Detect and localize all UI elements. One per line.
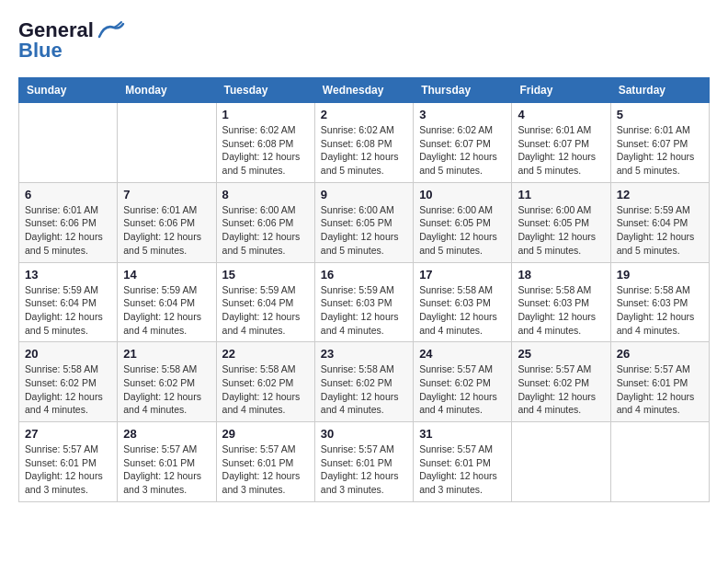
calendar-cell: 3Sunrise: 6:02 AM Sunset: 6:07 PM Daylig… [414,103,512,183]
header-friday: Friday [512,78,610,103]
day-info: Sunrise: 5:57 AM Sunset: 6:01 PM Dayligh… [25,442,111,497]
day-info: Sunrise: 6:02 AM Sunset: 6:08 PM Dayligh… [321,123,407,178]
header-tuesday: Tuesday [216,78,314,103]
day-number: 1 [222,108,309,121]
calendar-cell: 2Sunrise: 6:02 AM Sunset: 6:08 PM Daylig… [314,103,413,183]
day-number: 26 [617,347,703,361]
calendar-week-2: 6Sunrise: 6:01 AM Sunset: 6:06 PM Daylig… [19,182,710,262]
day-info: Sunrise: 5:58 AM Sunset: 6:02 PM Dayligh… [25,362,111,417]
day-info: Sunrise: 5:57 AM Sunset: 6:01 PM Dayligh… [321,442,407,497]
calendar-cell [19,103,118,183]
calendar-week-3: 13Sunrise: 5:59 AM Sunset: 6:04 PM Dayli… [19,262,710,342]
calendar-cell: 8Sunrise: 6:00 AM Sunset: 6:06 PM Daylig… [216,182,314,262]
calendar-cell [512,422,610,502]
calendar-cell: 4Sunrise: 6:01 AM Sunset: 6:07 PM Daylig… [512,103,610,183]
day-info: Sunrise: 5:57 AM Sunset: 6:01 PM Dayligh… [123,442,210,497]
day-info: Sunrise: 5:58 AM Sunset: 6:03 PM Dayligh… [617,283,703,338]
day-number: 6 [25,188,111,201]
day-number: 16 [321,268,407,282]
day-number: 29 [222,427,309,441]
calendar-cell: 24Sunrise: 5:57 AM Sunset: 6:02 PM Dayli… [414,342,512,422]
day-info: Sunrise: 6:02 AM Sunset: 6:07 PM Dayligh… [419,123,506,178]
day-number: 23 [321,347,407,361]
calendar-cell: 30Sunrise: 5:57 AM Sunset: 6:01 PM Dayli… [314,422,413,502]
logo-bird-icon [96,20,125,40]
calendar-cell: 6Sunrise: 6:01 AM Sunset: 6:06 PM Daylig… [19,182,118,262]
day-info: Sunrise: 6:02 AM Sunset: 6:08 PM Dayligh… [222,123,309,178]
day-number: 24 [419,347,506,361]
calendar-cell: 19Sunrise: 5:58 AM Sunset: 6:03 PM Dayli… [610,262,709,342]
day-info: Sunrise: 5:58 AM Sunset: 6:02 PM Dayligh… [321,362,407,417]
calendar-table: SundayMondayTuesdayWednesdayThursdayFrid… [18,77,710,502]
day-number: 3 [419,108,506,121]
calendar-cell: 25Sunrise: 5:57 AM Sunset: 6:02 PM Dayli… [512,342,610,422]
day-info: Sunrise: 5:58 AM Sunset: 6:03 PM Dayligh… [518,283,604,338]
day-info: Sunrise: 5:57 AM Sunset: 6:02 PM Dayligh… [419,362,506,417]
day-number: 13 [25,268,111,282]
calendar-cell: 7Sunrise: 6:01 AM Sunset: 6:06 PM Daylig… [118,182,216,262]
day-number: 30 [321,427,407,441]
calendar-cell: 18Sunrise: 5:58 AM Sunset: 6:03 PM Dayli… [512,262,610,342]
calendar-cell: 22Sunrise: 5:58 AM Sunset: 6:02 PM Dayli… [216,342,314,422]
day-number: 21 [123,347,210,361]
day-info: Sunrise: 5:57 AM Sunset: 6:01 PM Dayligh… [419,442,506,497]
calendar-week-4: 20Sunrise: 5:58 AM Sunset: 6:02 PM Dayli… [19,342,710,422]
day-info: Sunrise: 5:59 AM Sunset: 6:04 PM Dayligh… [222,283,309,338]
day-info: Sunrise: 6:01 AM Sunset: 6:06 PM Dayligh… [123,203,210,258]
calendar-cell: 16Sunrise: 5:59 AM Sunset: 6:03 PM Dayli… [314,262,413,342]
calendar-cell: 29Sunrise: 5:57 AM Sunset: 6:01 PM Dayli… [216,422,314,502]
calendar-cell: 26Sunrise: 5:57 AM Sunset: 6:01 PM Dayli… [610,342,709,422]
logo: General Blue [18,18,125,63]
day-number: 19 [617,268,703,282]
calendar-cell: 11Sunrise: 6:00 AM Sunset: 6:05 PM Dayli… [512,182,610,262]
calendar-cell: 14Sunrise: 5:59 AM Sunset: 6:04 PM Dayli… [118,262,216,342]
day-info: Sunrise: 5:57 AM Sunset: 6:01 PM Dayligh… [617,362,703,417]
header-saturday: Saturday [610,78,709,103]
day-number: 18 [518,268,604,282]
day-info: Sunrise: 6:00 AM Sunset: 6:05 PM Dayligh… [321,203,407,258]
day-info: Sunrise: 5:59 AM Sunset: 6:04 PM Dayligh… [617,203,703,258]
calendar-cell: 28Sunrise: 5:57 AM Sunset: 6:01 PM Dayli… [118,422,216,502]
day-info: Sunrise: 5:59 AM Sunset: 6:04 PM Dayligh… [123,283,210,338]
calendar-cell: 15Sunrise: 5:59 AM Sunset: 6:04 PM Dayli… [216,262,314,342]
header-wednesday: Wednesday [314,78,413,103]
day-info: Sunrise: 5:57 AM Sunset: 6:01 PM Dayligh… [222,442,309,497]
calendar-cell: 1Sunrise: 6:02 AM Sunset: 6:08 PM Daylig… [216,103,314,183]
header-monday: Monday [118,78,216,103]
day-number: 31 [419,427,506,441]
calendar-cell: 31Sunrise: 5:57 AM Sunset: 6:01 PM Dayli… [414,422,512,502]
day-number: 9 [321,188,407,201]
calendar-cell: 27Sunrise: 5:57 AM Sunset: 6:01 PM Dayli… [19,422,118,502]
day-info: Sunrise: 5:57 AM Sunset: 6:02 PM Dayligh… [518,362,604,417]
day-number: 27 [25,427,111,441]
day-info: Sunrise: 5:59 AM Sunset: 6:03 PM Dayligh… [321,283,407,338]
day-info: Sunrise: 5:59 AM Sunset: 6:04 PM Dayligh… [25,283,111,338]
day-info: Sunrise: 6:01 AM Sunset: 6:07 PM Dayligh… [518,123,604,178]
day-number: 25 [518,347,604,361]
day-info: Sunrise: 6:00 AM Sunset: 6:05 PM Dayligh… [419,203,506,258]
day-number: 5 [617,108,703,121]
day-number: 7 [123,188,210,201]
day-number: 11 [518,188,604,201]
day-info: Sunrise: 6:01 AM Sunset: 6:06 PM Dayligh… [25,203,111,258]
logo-blue: Blue [18,39,63,63]
day-number: 2 [321,108,407,121]
calendar-cell: 12Sunrise: 5:59 AM Sunset: 6:04 PM Dayli… [610,182,709,262]
calendar-week-5: 27Sunrise: 5:57 AM Sunset: 6:01 PM Dayli… [19,422,710,502]
day-number: 14 [123,268,210,282]
calendar-cell: 20Sunrise: 5:58 AM Sunset: 6:02 PM Dayli… [19,342,118,422]
calendar-header-row: SundayMondayTuesdayWednesdayThursdayFrid… [19,78,710,103]
day-number: 17 [419,268,506,282]
day-number: 15 [222,268,309,282]
day-number: 22 [222,347,309,361]
calendar-cell [610,422,709,502]
calendar-cell: 10Sunrise: 6:00 AM Sunset: 6:05 PM Dayli… [414,182,512,262]
calendar-cell: 23Sunrise: 5:58 AM Sunset: 6:02 PM Dayli… [314,342,413,422]
day-number: 4 [518,108,604,121]
calendar-cell: 5Sunrise: 6:01 AM Sunset: 6:07 PM Daylig… [610,103,709,183]
calendar-cell: 17Sunrise: 5:58 AM Sunset: 6:03 PM Dayli… [414,262,512,342]
day-number: 28 [123,427,210,441]
day-number: 12 [617,188,703,201]
day-info: Sunrise: 5:58 AM Sunset: 6:02 PM Dayligh… [123,362,210,417]
day-info: Sunrise: 5:58 AM Sunset: 6:03 PM Dayligh… [419,283,506,338]
